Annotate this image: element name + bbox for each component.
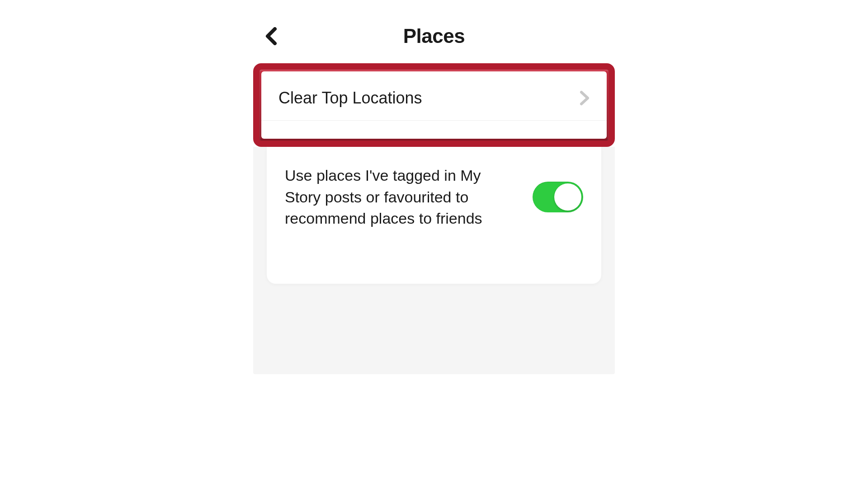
page-title: Places [403,25,465,47]
recommend-places-row: Use places I've tagged in My Story posts… [267,147,601,284]
lower-background: Use places I've tagged in My Story posts… [253,147,615,374]
chevron-right-icon [580,90,590,106]
header: Places [249,18,619,54]
recommend-places-label: Use places I've tagged in My Story posts… [285,165,514,230]
back-button[interactable] [262,27,280,45]
card-top: Clear Top Locations [261,71,607,139]
toggle-knob [554,183,581,211]
recommend-places-toggle[interactable] [533,182,583,212]
clear-top-locations-row[interactable]: Clear Top Locations [261,85,607,121]
clear-top-locations-label: Clear Top Locations [278,89,422,108]
places-settings-screen: Places Clear Top Locations Use places I'… [249,18,619,374]
chevron-left-icon [265,27,278,45]
highlight-annotation: Clear Top Locations [253,63,615,147]
